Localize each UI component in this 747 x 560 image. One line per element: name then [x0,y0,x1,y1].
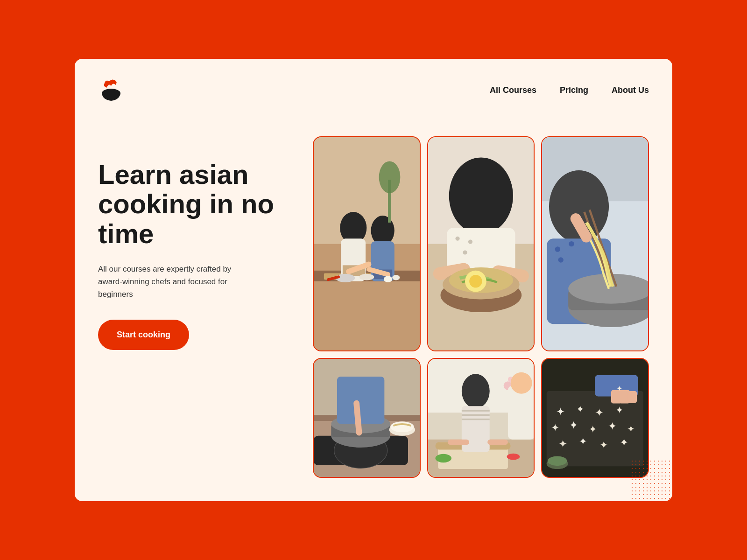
svg-point-16 [392,275,400,280]
svg-point-60 [390,421,414,432]
corner-decoration [630,459,672,501]
svg-rect-74 [448,440,469,445]
photo-grid: ✦ ✦ ✦ ✦ ✦ ✦ ✦ ✦ ✦ ✦ ✦ ✦ ✦ [313,132,649,478]
svg-text:✦: ✦ [627,424,635,434]
nav-item-pricing[interactable]: Pricing [560,85,588,95]
svg-rect-2 [314,244,420,350]
svg-rect-72 [462,414,490,416]
photo-induction-cooking [313,358,421,478]
logo[interactable] [98,77,124,104]
svg-rect-70 [462,406,490,452]
svg-text:✦: ✦ [579,436,587,447]
svg-point-27 [463,250,467,254]
svg-point-40 [555,246,560,252]
svg-text:✦: ✦ [620,436,629,448]
svg-text:✦: ✦ [589,424,597,434]
hero-title: Learn asian cooking in no time [98,160,294,249]
nav-item-all-courses[interactable]: All Courses [490,85,536,95]
svg-point-77 [510,372,532,394]
svg-text:✦: ✦ [576,404,585,414]
svg-point-78 [435,454,451,462]
svg-text:✦: ✦ [608,420,617,432]
start-cooking-button[interactable]: Start cooking [98,320,189,350]
svg-point-23 [449,157,513,234]
svg-point-42 [558,257,564,262]
svg-point-69 [462,374,490,408]
svg-rect-76 [508,386,534,440]
header: All Courses Pricing About Us [98,77,649,104]
main-nav: All Courses Pricing About Us [490,85,649,95]
svg-rect-98 [627,391,637,403]
svg-rect-75 [487,440,508,445]
nav-item-about-us[interactable]: About Us [612,85,649,95]
hero-subtitle: All our courses are expertly crafted by … [98,263,257,301]
svg-point-26 [468,239,472,244]
svg-rect-71 [462,410,490,411]
main-content: Learn asian cooking in no time All our c… [98,132,649,478]
svg-point-41 [569,241,574,246]
svg-text:✦: ✦ [617,385,623,392]
svg-point-15 [384,276,392,282]
svg-point-25 [455,236,459,240]
svg-point-34 [469,275,482,287]
svg-point-100 [548,456,567,466]
svg-text:✦: ✦ [551,422,559,434]
svg-text:✦: ✦ [615,405,624,415]
svg-text:✦: ✦ [569,419,578,431]
svg-text:✦: ✦ [557,406,565,418]
photo-bowl-noodles [427,136,535,351]
svg-rect-73 [462,419,490,420]
svg-text:✦: ✦ [595,406,604,419]
photo-rolling-dough [427,358,535,478]
svg-text:✦: ✦ [599,440,608,451]
photo-cooking-together [313,136,421,351]
svg-point-14 [359,273,374,280]
svg-text:✦: ✦ [558,438,567,450]
hero-section: Learn asian cooking in no time All our c… [98,132,294,350]
svg-point-79 [507,454,520,460]
photo-lifting-noodles [541,136,649,351]
svg-rect-57 [337,377,384,424]
svg-point-19 [379,161,401,193]
main-card: All Courses Pricing About Us Learn asian… [75,59,672,502]
